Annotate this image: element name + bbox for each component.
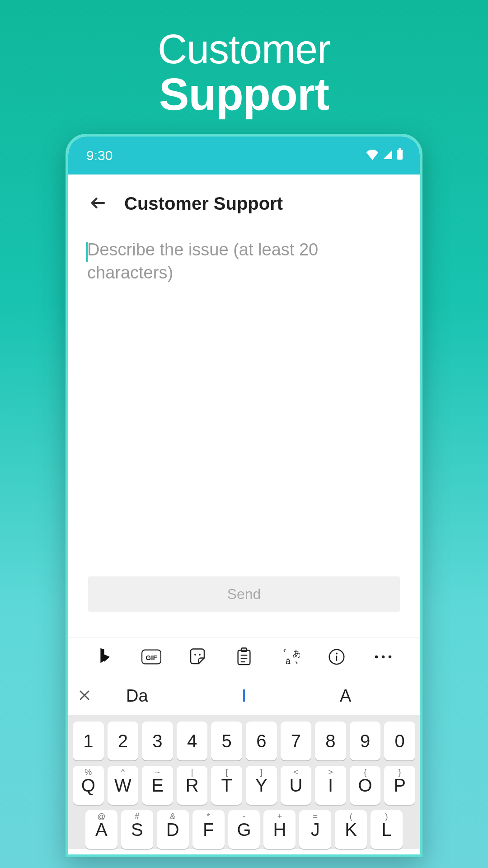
key-alt-label: + xyxy=(277,812,282,821)
suggestion-2[interactable]: I xyxy=(189,686,300,706)
key-alt-label: # xyxy=(135,812,139,821)
keyboard-keys: 1234567890 %Q^W~E|R[T]Y<U>I{O}P @A#S&D*F… xyxy=(68,715,420,849)
clipboard-icon[interactable] xyxy=(234,647,254,667)
svg-rect-1 xyxy=(397,150,403,160)
key-main-label: R xyxy=(186,775,199,796)
keyboard-toolbar: GIF āあ xyxy=(68,637,420,676)
key-main-label: L xyxy=(381,820,391,840)
issue-field-wrap xyxy=(84,238,404,340)
key-7[interactable]: 7 xyxy=(281,722,312,760)
key-E[interactable]: ~E xyxy=(142,766,173,805)
key-main-label: 0 xyxy=(395,731,405,751)
key-main-label: K xyxy=(345,820,357,840)
back-button[interactable] xyxy=(89,194,107,214)
key-main-label: 1 xyxy=(83,731,93,751)
more-icon[interactable] xyxy=(373,647,393,667)
svg-text:GIF: GIF xyxy=(145,654,157,661)
bing-icon[interactable] xyxy=(95,647,115,667)
phone-frame: 9:30 Customer Support Send xyxy=(66,134,422,857)
svg-text:ā: ā xyxy=(285,656,290,666)
key-alt-label: & xyxy=(170,812,175,821)
suggestion-close-group: Da xyxy=(78,686,189,706)
key-main-label: H xyxy=(273,820,286,840)
key-main-label: D xyxy=(166,820,179,840)
key-8[interactable]: 8 xyxy=(315,722,346,760)
key-3[interactable]: 3 xyxy=(142,722,173,760)
issue-textarea[interactable] xyxy=(84,238,404,338)
key-Q[interactable]: %Q xyxy=(73,766,104,805)
key-F[interactable]: *F xyxy=(192,810,225,849)
status-time: 9:30 xyxy=(82,148,113,163)
key-H[interactable]: +H xyxy=(263,810,296,849)
key-5[interactable]: 5 xyxy=(211,722,242,760)
key-main-label: 3 xyxy=(152,731,162,751)
keyboard-row-asdf: @A#S&D*F-G+H=J(K)L xyxy=(73,810,415,849)
key-alt-label: [ xyxy=(225,768,228,777)
key-G[interactable]: -G xyxy=(228,810,260,849)
key-alt-label: = xyxy=(313,812,318,821)
key-9[interactable]: 9 xyxy=(350,722,381,760)
key-alt-label: ) xyxy=(385,812,388,821)
key-K[interactable]: (K xyxy=(335,810,367,849)
key-main-label: Q xyxy=(81,775,95,796)
key-alt-label: > xyxy=(328,768,333,777)
key-main-label: I xyxy=(328,775,333,796)
key-alt-label: ~ xyxy=(155,768,160,777)
send-button[interactable]: Send xyxy=(88,576,400,612)
wifi-icon xyxy=(366,148,379,163)
key-alt-label: < xyxy=(294,768,299,777)
key-main-label: Y xyxy=(255,775,267,796)
key-P[interactable]: }P xyxy=(384,766,415,805)
status-icons xyxy=(366,148,406,163)
key-1[interactable]: 1 xyxy=(73,722,104,760)
gif-icon[interactable]: GIF xyxy=(141,647,161,667)
sticker-icon[interactable] xyxy=(188,647,207,667)
suggestion-1[interactable]: Da xyxy=(91,686,148,706)
battery-icon xyxy=(396,148,404,163)
key-W[interactable]: ^W xyxy=(108,766,139,805)
key-main-label: 8 xyxy=(325,731,335,751)
key-4[interactable]: 4 xyxy=(177,722,208,760)
key-alt-label: % xyxy=(84,768,92,777)
svg-point-4 xyxy=(195,654,197,656)
promo-title-line1: Customer xyxy=(158,26,330,73)
key-main-label: P xyxy=(394,775,406,796)
key-0[interactable]: 0 xyxy=(384,722,415,760)
key-main-label: G xyxy=(237,820,251,840)
close-icon[interactable] xyxy=(78,686,91,706)
key-alt-label: ] xyxy=(260,768,263,777)
status-bar: 9:30 xyxy=(68,137,420,175)
key-U[interactable]: <U xyxy=(281,766,312,805)
key-6[interactable]: 6 xyxy=(246,722,277,760)
key-D[interactable]: &D xyxy=(157,810,189,849)
key-alt-label: { xyxy=(364,768,366,777)
key-main-label: S xyxy=(131,820,143,840)
key-J[interactable]: =J xyxy=(299,810,331,849)
key-T[interactable]: [T xyxy=(211,766,242,805)
app-header: Customer Support xyxy=(68,175,420,227)
key-main-label: O xyxy=(358,775,372,796)
key-S[interactable]: #S xyxy=(121,810,153,849)
svg-point-18 xyxy=(388,656,391,659)
key-main-label: 7 xyxy=(291,731,301,751)
promo-title: Customer Support xyxy=(158,26,330,120)
svg-point-14 xyxy=(336,653,338,655)
key-main-label: 2 xyxy=(118,731,128,751)
key-alt-label: * xyxy=(207,812,210,821)
key-2[interactable]: 2 xyxy=(108,722,139,760)
key-I[interactable]: >I xyxy=(315,766,346,805)
key-Y[interactable]: ]Y xyxy=(246,766,277,805)
key-O[interactable]: {O xyxy=(350,766,381,805)
key-main-label: W xyxy=(114,775,131,796)
key-A[interactable]: @A xyxy=(85,810,117,849)
suggestion-3[interactable]: A xyxy=(299,686,410,706)
svg-text:あ: あ xyxy=(292,648,300,658)
translate-icon[interactable]: āあ xyxy=(281,647,300,667)
key-R[interactable]: |R xyxy=(177,766,208,805)
svg-point-17 xyxy=(381,656,385,659)
info-icon[interactable] xyxy=(327,647,347,667)
svg-point-5 xyxy=(199,654,201,656)
signal-icon xyxy=(382,148,394,163)
key-L[interactable]: )L xyxy=(371,810,403,849)
svg-point-16 xyxy=(375,656,378,659)
